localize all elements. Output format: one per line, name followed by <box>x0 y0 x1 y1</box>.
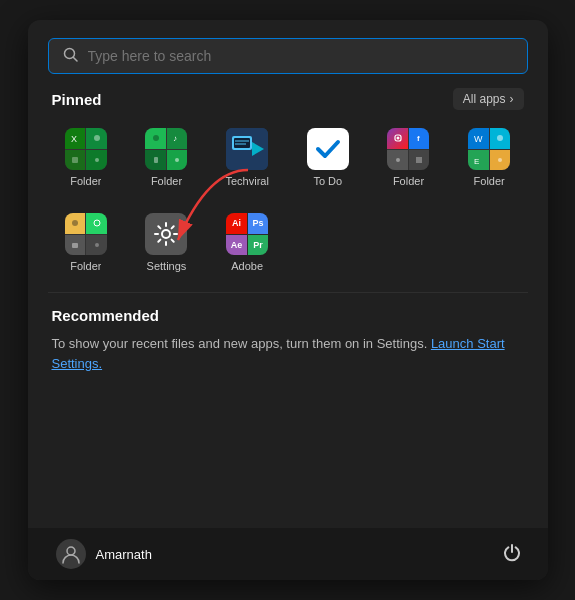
svg-text:f: f <box>417 134 420 143</box>
techviral-label: Techviral <box>225 175 268 187</box>
svg-point-24 <box>498 158 502 162</box>
techviral-icon <box>226 128 268 170</box>
folder5-icon <box>65 213 107 255</box>
svg-point-22 <box>497 135 503 141</box>
svg-text:W: W <box>474 134 483 143</box>
app-item-folder3[interactable]: f Folder <box>370 120 447 195</box>
app-item-folder5[interactable]: Folder <box>48 205 125 280</box>
svg-point-26 <box>94 220 100 226</box>
recommended-description: To show your recent files and new apps, … <box>52 334 524 373</box>
folder1-icon: X <box>65 128 107 170</box>
chevron-right-icon: › <box>510 92 514 106</box>
svg-rect-27 <box>72 243 78 248</box>
svg-point-28 <box>95 243 99 247</box>
folder3-label: Folder <box>393 175 424 187</box>
user-name: Amarnath <box>96 547 152 562</box>
svg-text:E: E <box>474 157 479 165</box>
settings-label: Settings <box>147 260 187 272</box>
app-item-settings[interactable]: Settings <box>128 205 205 280</box>
svg-line-1 <box>73 58 77 62</box>
svg-text:♪: ♪ <box>173 134 177 143</box>
recommended-title: Recommended <box>52 307 160 324</box>
adobe-icon: Ai Ps Ae Pr <box>226 213 268 255</box>
search-input[interactable] <box>88 48 513 64</box>
svg-point-25 <box>72 220 78 226</box>
app-item-folder4[interactable]: W E Folder <box>451 120 528 195</box>
svg-point-3 <box>94 135 100 141</box>
pinned-section: Pinned All apps › X <box>28 88 548 290</box>
pinned-apps-grid-row2: Folder Settings Ai Ps Ae Pr <box>28 205 548 290</box>
app-item-techviral[interactable]: Techviral <box>209 120 286 195</box>
folder4-icon: W E <box>468 128 510 170</box>
svg-point-9 <box>175 158 179 162</box>
pinned-header: Pinned All apps › <box>28 88 548 120</box>
app-item-todo[interactable]: To Do <box>289 120 366 195</box>
user-avatar <box>56 539 86 569</box>
svg-rect-20 <box>416 157 422 163</box>
pinned-apps-grid: X Folder <box>28 120 548 205</box>
folder2-icon: ♪ <box>145 128 187 170</box>
svg-rect-12 <box>234 138 250 148</box>
power-button[interactable] <box>496 536 528 573</box>
svg-point-31 <box>67 547 75 555</box>
user-info[interactable]: Amarnath <box>48 533 160 575</box>
svg-point-6 <box>153 135 159 141</box>
search-bar[interactable] <box>48 38 528 74</box>
folder2-label: Folder <box>151 175 182 187</box>
app-item-folder2[interactable]: ♪ Folder <box>128 120 205 195</box>
svg-text:X: X <box>71 134 77 143</box>
settings-icon <box>145 213 187 255</box>
todo-label: To Do <box>313 175 342 187</box>
folder1-label: Folder <box>70 175 101 187</box>
svg-point-5 <box>95 158 99 162</box>
svg-point-19 <box>396 158 400 162</box>
todo-icon <box>307 128 349 170</box>
all-apps-button[interactable]: All apps › <box>453 88 524 110</box>
svg-point-17 <box>396 137 399 140</box>
app-item-adobe[interactable]: Ai Ps Ae Pr Adobe <box>209 205 286 280</box>
folder5-label: Folder <box>70 260 101 272</box>
svg-point-29 <box>162 230 170 238</box>
folder3-icon: f <box>387 128 429 170</box>
adobe-label: Adobe <box>231 260 263 272</box>
start-menu: Pinned All apps › X <box>28 20 548 580</box>
recommended-section: Recommended To show your recent files an… <box>28 307 548 528</box>
section-divider <box>48 292 528 293</box>
folder4-label: Folder <box>474 175 505 187</box>
pinned-title: Pinned <box>52 91 102 108</box>
svg-rect-8 <box>154 157 158 163</box>
recommended-header: Recommended <box>52 307 524 334</box>
taskbar: Amarnath <box>28 528 548 580</box>
svg-rect-4 <box>72 157 78 163</box>
app-item-folder1[interactable]: X Folder <box>48 120 125 195</box>
search-icon <box>63 47 78 65</box>
